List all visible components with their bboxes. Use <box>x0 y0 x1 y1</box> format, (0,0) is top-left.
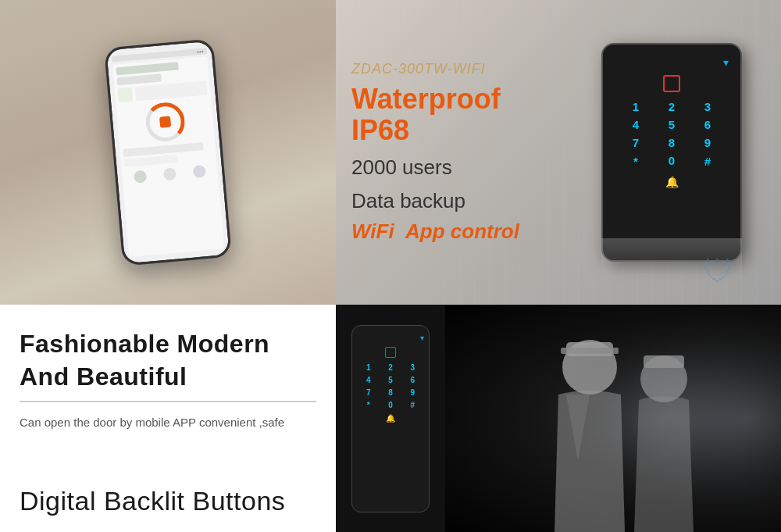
key-4: 4 <box>621 119 651 130</box>
key-8: 8 <box>657 137 686 148</box>
s-key-2: 2 <box>381 363 399 372</box>
s-key-hash: # <box>404 401 422 409</box>
s-key-6: 6 <box>404 376 422 384</box>
digital-title: Digital Backlit Buttons <box>20 486 316 516</box>
s-key-3: 3 <box>404 363 422 372</box>
small-keypad: 1 2 3 4 5 6 7 8 9 * 0 # <box>359 363 422 409</box>
app-progress-circle <box>144 101 187 143</box>
people-svg <box>445 305 781 532</box>
phone-mockup: ●●● <box>104 38 232 266</box>
s-key-7: 7 <box>359 388 377 397</box>
data-backup-feature: Data backup <box>351 189 562 213</box>
device-bell-icon: 🔔 <box>665 176 679 188</box>
key-2: 2 <box>657 101 686 112</box>
s-key-0: 0 <box>381 401 399 409</box>
description-text: Can open the door by mobile APP convenie… <box>20 414 316 432</box>
phone-hands-area: ●●● <box>0 0 336 305</box>
key-0: 0 <box>657 155 686 168</box>
key-7: 7 <box>621 137 651 148</box>
bottom-device-area: ▾ 1 2 3 4 5 6 7 8 9 * 0 # 🔔 <box>336 305 445 532</box>
svg-rect-6 <box>445 305 781 532</box>
device-body: ▾ 1 2 3 4 5 6 7 8 9 * 0 # 🔔 <box>601 43 742 262</box>
s-key-1: 1 <box>359 363 377 372</box>
access-control-device: ▾ 1 2 3 4 5 6 7 8 9 * 0 # 🔔 <box>586 20 758 285</box>
device-square-icon <box>663 75 680 92</box>
bottom-section: Fashionable Modern And Beautiful Can ope… <box>0 305 781 532</box>
key-9: 9 <box>693 137 722 148</box>
small-bell-icon: 🔔 <box>386 414 395 423</box>
key-3: 3 <box>693 101 722 112</box>
key-5: 5 <box>657 119 686 130</box>
app-row-1 <box>116 62 178 75</box>
wifi-feature: WiFi App control <box>351 220 562 244</box>
key-1: 1 <box>621 101 651 112</box>
users-feature: 2000 users <box>351 155 562 180</box>
waterproof-title: Waterproof IP68 <box>351 84 562 145</box>
phone-screen: ●●● <box>106 41 229 264</box>
product-model: ZDAC-300TW-WIFI <box>351 61 562 77</box>
bottom-left-text: Fashionable Modern And Beautiful Can ope… <box>0 305 336 532</box>
key-hash: # <box>693 155 722 168</box>
small-wifi-icon: ▾ <box>420 334 424 342</box>
divider <box>20 401 316 402</box>
small-device-body: ▾ 1 2 3 4 5 6 7 8 9 * 0 # 🔔 <box>351 325 430 512</box>
fashionable-title: Fashionable Modern And Beautiful <box>20 328 316 393</box>
s-key-8: 8 <box>381 388 399 397</box>
wifi-label: WiFi <box>351 220 394 243</box>
people-photo-area <box>445 305 781 532</box>
top-banner: ●●● <box>0 0 781 305</box>
app-row-2 <box>116 73 162 85</box>
shield-watermark-icon: 🛡 <box>703 254 734 289</box>
s-key-star: * <box>359 401 377 409</box>
app-control-label: App control <box>405 220 519 243</box>
app-row-3 <box>123 142 203 157</box>
small-square-icon <box>385 347 396 358</box>
phone-app-content <box>112 56 224 257</box>
s-key-4: 4 <box>359 376 377 384</box>
s-key-5: 5 <box>381 376 399 384</box>
key-star: * <box>621 155 651 168</box>
key-6: 6 <box>693 119 722 130</box>
product-info-area: ZDAC-300TW-WIFI Waterproof IP68 2000 use… <box>336 37 586 266</box>
s-key-9: 9 <box>404 388 422 397</box>
device-keypad: 1 2 3 4 5 6 7 8 9 * 0 # <box>621 101 722 168</box>
device-wifi-icon: ▾ <box>723 56 729 69</box>
app-row-4 <box>124 155 178 167</box>
app-lock-icon <box>159 116 171 128</box>
